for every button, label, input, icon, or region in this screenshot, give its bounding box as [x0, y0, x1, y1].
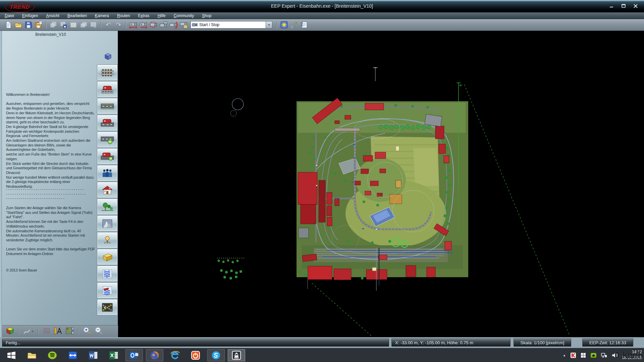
- menu-einfuegen[interactable]: Einfügen: [22, 13, 38, 18]
- grid-button[interactable]: [43, 327, 51, 336]
- tray-expand-icon[interactable]: ▲: [563, 354, 566, 357]
- category-roads-button[interactable]: [97, 98, 118, 114]
- camera-store-icon: [179, 21, 188, 29]
- start-button[interactable]: [3, 349, 20, 361]
- category-tram-vehicles-button[interactable]: [97, 148, 118, 165]
- minimap-button[interactable]: [65, 327, 74, 336]
- menu-hilfe[interactable]: Hilfe: [158, 13, 166, 18]
- save-file-button[interactable]: [23, 20, 34, 29]
- object-properties-button[interactable]: [299, 20, 309, 29]
- category-rail-vehicles-button[interactable]: [97, 81, 118, 98]
- insert-area-button[interactable]: [89, 20, 99, 29]
- category-goods-button[interactable]: [97, 249, 118, 265]
- category-waterways-button[interactable]: [97, 265, 118, 282]
- category-signals-button[interactable]: [97, 232, 118, 248]
- eep-button[interactable]: [228, 349, 245, 361]
- maximize-button[interactable]: [620, 3, 627, 9]
- skype-icon: [211, 350, 221, 360]
- paste-block-button[interactable]: [58, 20, 68, 29]
- word-button[interactable]: [85, 349, 102, 361]
- spotify-button[interactable]: [44, 349, 61, 361]
- camera-target-button[interactable]: [148, 20, 158, 29]
- camera-move-button[interactable]: [138, 20, 148, 29]
- select-area-button[interactable]: [68, 20, 78, 29]
- plan-canvas[interactable]: [118, 31, 644, 337]
- daylight-settings-button[interactable]: [279, 20, 289, 29]
- category-track-objects-button[interactable]: [97, 299, 118, 315]
- open-file-button[interactable]: [13, 20, 23, 29]
- camera-pan-icon: [129, 21, 138, 29]
- ruler-text-button[interactable]: [54, 327, 62, 336]
- teamviewer-button[interactable]: [64, 349, 82, 361]
- category-road-vehicles-button[interactable]: [97, 115, 118, 131]
- category-tracks-button[interactable]: [97, 64, 118, 81]
- main-toolbar: ↶ ↷ Start / Stop ▼: [0, 19, 644, 31]
- category-people-button[interactable]: [97, 165, 118, 181]
- mode-3d-icon: [6, 327, 14, 335]
- windows-tray-icon[interactable]: [581, 353, 586, 358]
- spline-dropdown-arrow[interactable]: ▼: [32, 330, 34, 333]
- object-properties-icon: [300, 21, 308, 29]
- camera-view-icon: [159, 21, 168, 29]
- outlook-button[interactable]: [125, 349, 143, 361]
- firefox-icon: [150, 350, 160, 360]
- camera-rotate-icon: [169, 21, 178, 29]
- status-eep-time: EEP-Zeit: 12:16:33: [582, 339, 633, 347]
- menu-shop[interactable]: Shop: [202, 13, 211, 18]
- redo-icon: ↷: [116, 22, 121, 28]
- category-buildings-button[interactable]: [97, 182, 118, 198]
- rail-vehicles-icon: [100, 84, 115, 95]
- camera-store-button[interactable]: [178, 20, 189, 29]
- camera-select[interactable]: Start / Stop ▼: [191, 21, 272, 28]
- close-icon: [633, 4, 638, 8]
- zoom-out-button[interactable]: [95, 326, 103, 337]
- minimize-button[interactable]: [608, 3, 615, 9]
- zoom-in-button[interactable]: [83, 326, 92, 337]
- close-button[interactable]: [632, 3, 639, 9]
- skype-button[interactable]: [207, 349, 225, 361]
- internet-explorer-icon: [170, 350, 180, 360]
- menu-community[interactable]: Community: [174, 13, 194, 18]
- new-file-button[interactable]: [3, 20, 13, 29]
- spline-button[interactable]: ▼: [23, 327, 34, 336]
- firefox-button[interactable]: [146, 349, 163, 361]
- insert-area-icon: [90, 21, 97, 28]
- menu-datei[interactable]: Datei: [5, 13, 14, 18]
- menu-bearbeiten[interactable]: Bearbeiten: [67, 13, 87, 18]
- tools-settings-button[interactable]: [289, 20, 299, 29]
- teamviewer-icon: [68, 350, 78, 360]
- category-tram-roads-button[interactable]: [97, 131, 118, 148]
- undo-icon: ↶: [106, 22, 111, 28]
- power-app-button[interactable]: [187, 349, 204, 361]
- mode-3d-button[interactable]: [6, 327, 14, 336]
- category-terrain-button[interactable]: [97, 215, 118, 232]
- undo-button[interactable]: ↶: [103, 20, 113, 29]
- eep-speed-overlay: 0 km/h: [615, 350, 643, 360]
- copy-area-button[interactable]: [78, 20, 89, 29]
- daylight-icon: [280, 21, 288, 29]
- copy-block-button[interactable]: [48, 20, 58, 29]
- category-watercraft-button[interactable]: [97, 282, 118, 299]
- copy-area-icon: [80, 21, 87, 28]
- camera-pan-button[interactable]: [128, 20, 138, 29]
- nvidia-tray-icon[interactable]: [591, 353, 596, 358]
- network-tray-icon[interactable]: [601, 353, 607, 358]
- menu-routen[interactable]: Routen: [117, 13, 130, 18]
- camera-rotate-button[interactable]: [168, 20, 178, 29]
- menu-ansicht[interactable]: Ansicht: [46, 13, 59, 18]
- explorer-button[interactable]: [23, 349, 41, 361]
- camera-select-arrow[interactable]: ▼: [266, 21, 272, 28]
- category-vegetation-button[interactable]: [97, 198, 118, 215]
- save-file-as-button[interactable]: [34, 20, 44, 29]
- excel-button[interactable]: [105, 349, 122, 361]
- menu-kamera[interactable]: Kamera: [95, 13, 109, 18]
- layout-name: Breitenstein_V10: [2, 32, 99, 37]
- status-bar: Fertig... X: -33.00 m, Y: -105.00 m, Höh…: [0, 337, 644, 348]
- menu-extras[interactable]: Extras: [138, 13, 150, 18]
- copyright-text: © 2013 Sven Bauer: [6, 268, 102, 273]
- camera-view-button[interactable]: [158, 20, 168, 29]
- redo-button[interactable]: ↷: [113, 20, 123, 29]
- kaspersky-tray-icon[interactable]: [571, 353, 576, 358]
- internet-explorer-button[interactable]: [166, 349, 184, 361]
- status-scale: Skala: 1/100 [pixel/cm]: [514, 339, 571, 347]
